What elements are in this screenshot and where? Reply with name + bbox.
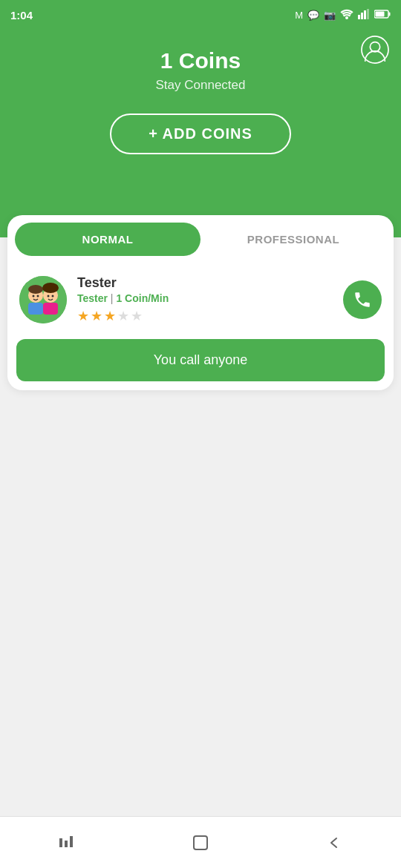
nav-recents-button[interactable] (48, 824, 85, 861)
svg-rect-3 (364, 10, 366, 19)
instagram-icon: 📷 (324, 10, 336, 21)
battery-icon (374, 10, 391, 21)
svg-rect-22 (65, 841, 68, 847)
nav-home-button[interactable] (182, 824, 219, 861)
svg-rect-6 (389, 12, 391, 16)
user-list-item: Tester Tester | 1 Coin/Min ★★★★★ (7, 263, 394, 336)
user-name: Tester (77, 275, 333, 291)
star-rating: ★★★★★ (77, 308, 333, 324)
svg-rect-24 (194, 836, 207, 849)
status-time: 1:04 (10, 9, 33, 22)
svg-point-17 (33, 295, 35, 297)
signal-icon (358, 9, 370, 22)
nav-back-button[interactable] (316, 824, 353, 861)
svg-point-16 (42, 283, 59, 293)
add-coins-button[interactable]: + ADD COINS (110, 114, 291, 154)
bottom-nav (0, 816, 401, 868)
avatar (19, 276, 67, 323)
call-anyone-banner[interactable]: You call anyone (16, 339, 385, 381)
main-card: NORMAL PROFESSIONAL (7, 215, 394, 390)
svg-point-18 (37, 295, 39, 297)
svg-point-13 (28, 285, 43, 294)
svg-rect-12 (28, 303, 43, 315)
svg-rect-7 (376, 11, 385, 16)
header: 1 Coins Stay Connected + ADD COINS (0, 0, 401, 237)
coins-subtitle: Stay Connected (156, 78, 246, 93)
content-area (0, 482, 401, 816)
message-icon: 💬 (307, 10, 319, 21)
svg-point-10 (19, 276, 67, 323)
coins-title: 1 Coins (160, 48, 241, 73)
user-detail: Tester | 1 Coin/Min (77, 292, 333, 304)
status-bar: 1:04 M 💬 📷 (0, 0, 401, 30)
svg-point-9 (370, 42, 379, 52)
call-button[interactable] (343, 280, 382, 319)
gmail-icon: M (295, 10, 303, 21)
user-rate: 1 Coin/Min (116, 292, 169, 304)
svg-rect-21 (59, 838, 62, 847)
svg-rect-1 (358, 15, 360, 19)
svg-rect-15 (43, 303, 58, 315)
tab-bar: NORMAL PROFESSIONAL (7, 215, 394, 263)
svg-point-19 (48, 295, 50, 297)
profile-icon[interactable] (361, 36, 389, 64)
status-icons: M 💬 📷 (295, 9, 391, 22)
svg-rect-2 (361, 13, 363, 19)
user-info: Tester Tester | 1 Coin/Min ★★★★★ (77, 275, 333, 324)
tab-professional[interactable]: PROFESSIONAL (200, 223, 386, 256)
svg-point-20 (52, 295, 54, 297)
svg-point-0 (345, 16, 348, 19)
wifi-icon (340, 9, 353, 22)
svg-rect-4 (367, 9, 369, 19)
tab-normal[interactable]: NORMAL (15, 223, 200, 256)
user-role: Tester (77, 292, 108, 304)
svg-rect-23 (70, 836, 73, 847)
